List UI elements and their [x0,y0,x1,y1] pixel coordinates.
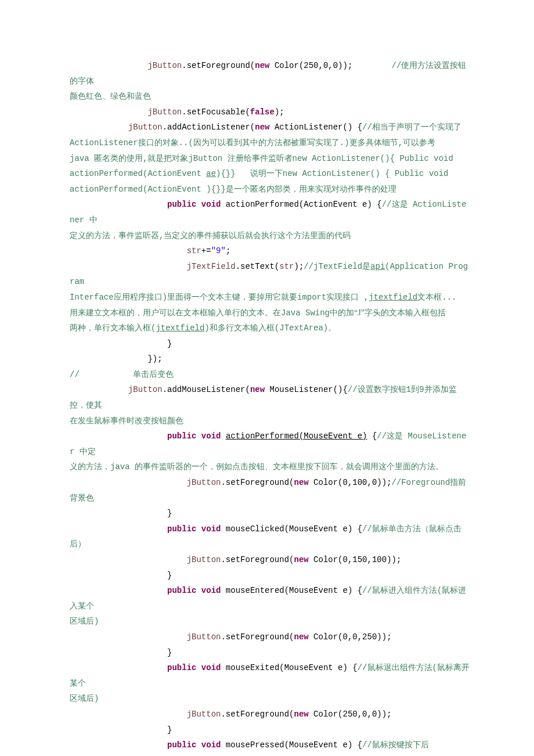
code-line: 区域后) [70,691,470,707]
code-segment: Color(0,150,100)); [309,555,402,564]
code-segment: ){}} 说明一下new ActionListener() { Public v… [216,169,453,178]
code-segment: new [294,710,308,719]
code-segment: public [167,431,196,441]
code-segment: .setForeground( [182,61,255,70]
code-segment: str [279,262,294,271]
code-segment: jButton [147,107,182,117]
code-segment: ); [294,262,304,271]
code-line: str+="9"; [70,243,470,259]
code-segment: new [294,632,308,642]
code-segment [196,431,201,441]
code-segment: 在发生鼠标事件时改变按钮颜色 [70,416,183,426]
code-segment: void [201,524,221,534]
code-segment: false [250,107,275,117]
code-segment: }); [147,354,162,363]
code-segment: mouseEntered(MouseEvent e) { [221,586,362,595]
code-line: actionPerformed(ActionEvent ae){}} 说明一下n… [70,166,470,182]
code-segment: } [167,509,172,518]
code-segment: 区域后) [70,694,99,703]
code-segment: ae [206,169,216,178]
code-segment: Color(0,100,0)); [309,478,392,487]
code-line: jButton.setFocusable(false); [70,105,470,120]
code-segment: } [167,571,172,580]
code-segment: .addActionListener( [163,123,255,132]
code-segment: .addMouseListener( [163,385,250,394]
code-segment: .setForeground( [221,710,294,719]
code-segment: .setForeground( [221,555,294,564]
code-segment [196,586,201,595]
code-segment [196,663,201,672]
code-line: Interface应用程序接口)里面得一个文本主键，要掉用它就要import实现… [70,290,470,305]
code-line: jButton.setForeground(new Color(0,100,0)… [70,475,470,506]
code-segment [196,740,201,750]
code-line: public void mouseExited(MouseEvent e) {/… [70,660,470,691]
code-segment [221,431,225,441]
code-segment: } [167,648,172,657]
code-segment: public [167,663,196,672]
code-line: jButton.addMouseListener(new MouseListen… [70,382,470,413]
code-segment: new [250,385,265,394]
code-line: public void actionPerformed(MouseEvent e… [70,429,470,459]
code-line: ActionListener接口的对象..(因为可以看到其中的方法都被重写实现了… [70,135,470,151]
code-segment [196,524,201,534]
code-line: 用来建立文本框的，用户可以在文本框输入单行的文本。在Java Swing中的加“… [70,305,470,321]
code-segment: .setForeground( [221,478,294,487]
code-segment: jButton [128,385,163,394]
code-segment: public [167,200,196,209]
code-line: public void mouseEntered(MouseEvent e) {… [70,583,470,614]
code-line: jButton.setForeground(new Color(0,0,250)… [70,629,470,645]
code-segment: ); [275,107,284,117]
code-segment: java 匿名类的使用,就是把对象jButton 注册给事件监听者new Act… [70,154,458,163]
code-segment: //鼠标按键按下后 [362,740,429,750]
code-segment: 区域后) [70,617,99,626]
code-segment: new [255,123,269,132]
code-line: } [70,645,470,661]
code-segment: str [187,246,201,255]
code-line: jTextField.setText(str);//jTextField是api… [70,259,470,290]
code-segment: jTextField [187,262,236,271]
code-line: } [70,506,470,521]
code-segment: jButton [147,61,182,70]
code-segment: //jTextField是 [304,262,370,271]
code-segment: Color(250,0,0)); [309,710,392,719]
code-segment: jButton [187,555,221,564]
code-segment: )和多行文本输入框(JTextArea)。 [204,323,336,333]
code-segment: void [201,586,221,595]
code-segment: public [167,586,196,595]
code-segment: mousePressed(MouseEvent e) { [221,740,362,750]
code-segment: .setFocusable( [182,107,250,117]
code-segment: jtextfield [369,293,417,302]
code-line: 义的方法，java 的事件监听器的一个，例如点击按钮、文本框里按下回车，就会调用… [70,459,470,475]
code-segment: jButton [187,710,221,719]
code-line: 定义的方法，事件监听器,当定义的事件捕获以后就会执行这个方法里面的代码 [70,228,470,244]
code-segment: void [201,200,221,209]
code-segment: new [294,555,308,564]
code-segment: new [255,61,269,70]
code-line: } [70,568,470,584]
code-segment: } [167,725,172,735]
code-segment: jButton [187,478,221,487]
code-segment: jButton [128,123,163,132]
code-line: jButton.setForeground(new Color(250,0,0)… [70,58,470,89]
code-segment: } [167,339,172,348]
code-segment: += [201,246,211,255]
code-line: 区域后) [70,614,470,629]
code-line: public void mouseClicked(MouseEvent e) {… [70,521,470,552]
code-line: }); [70,351,470,367]
code-line: public void actionPerformed(ActionEvent … [70,197,470,228]
code-document: jButton.setForeground(new Color(250,0,0)… [70,58,470,756]
code-segment: 字头的文本输入框包括 [365,308,446,318]
code-segment: Color(250,0,0)); [269,61,391,70]
code-segment: 颜色红色、绿色和蓝色 [70,92,151,101]
code-line: 在发生鼠标事件时改变按钮颜色 [70,413,470,429]
code-segment: new [294,478,308,487]
code-segment: api [370,262,385,271]
code-segment: public [167,740,196,750]
code-segment: 两种，单行文本输入框( [70,323,156,333]
code-line: jButton.addActionListener(new ActionList… [70,120,470,135]
code-segment: 文本框... [417,293,456,302]
code-segment: 义的方法，java 的事件监听器的一个，例如点击按钮、文本框里按下回车，就会调用… [70,462,443,471]
code-segment: .setText( [236,262,280,271]
code-segment: void [201,431,221,441]
code-segment: actionPerformed(ActionEvent e) { [221,200,381,209]
